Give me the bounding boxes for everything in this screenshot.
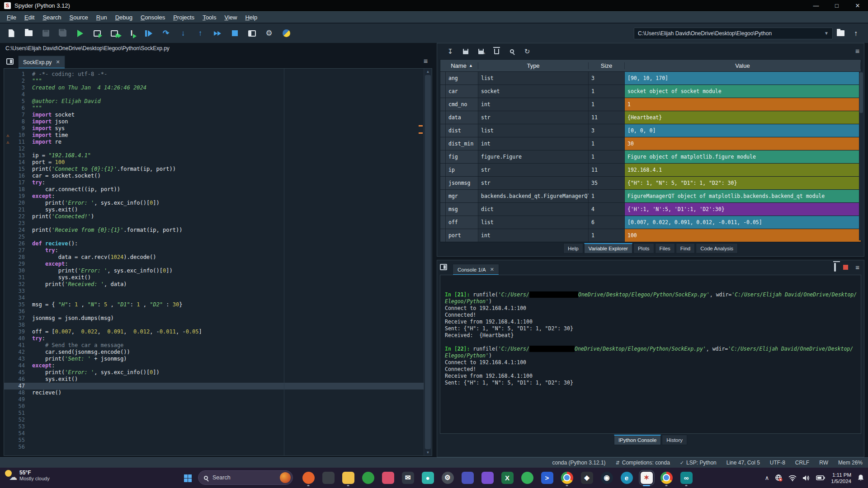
code-line[interactable]: 18 car.connect((ip, port)) xyxy=(4,186,432,193)
debug-step-into-button[interactable]: ↓ xyxy=(175,26,192,41)
variable-value[interactable]: FigureManagerQT object of matplotlib.bac… xyxy=(625,190,861,202)
import-data-button[interactable]: ↧ xyxy=(443,45,458,58)
run-selection-button[interactable]: I xyxy=(123,26,140,41)
code-line[interactable]: 45 print('Error: ', sys.exc_info()[0]) xyxy=(4,369,432,376)
editor-options-icon[interactable]: ≡ xyxy=(424,57,428,66)
teams-icon[interactable] xyxy=(458,469,477,487)
search-variables-button[interactable] xyxy=(504,45,519,58)
maximize-icon[interactable]: □ xyxy=(826,0,847,11)
run-cell-button[interactable] xyxy=(89,26,106,41)
arduino-icon[interactable]: ∞ xyxy=(676,469,696,487)
scroll-down-icon[interactable]: ▼ xyxy=(424,450,432,455)
file-explorer-icon[interactable] xyxy=(338,469,358,487)
table-row[interactable]: offlist6[0.007, 0.022, 0.091, 0.012, -0.… xyxy=(440,216,861,229)
scroll-up-icon[interactable]: ▲ xyxy=(424,70,432,74)
table-row[interactable]: carsocket1socket object of socket module xyxy=(440,84,861,98)
code-line[interactable]: 25 xyxy=(4,234,432,240)
spyder-icon[interactable]: ✶ xyxy=(637,469,656,487)
variable-value[interactable]: {Heartbeat} xyxy=(625,111,861,124)
variable-value[interactable]: 100 xyxy=(625,229,861,242)
table-row[interactable]: mgrbackends.backend_qt.FigureManagerQT1F… xyxy=(440,189,861,202)
table-row[interactable]: anglist3[90, 10, 170] xyxy=(440,71,861,84)
variable-name[interactable]: jsonmsg xyxy=(446,177,478,189)
variable-size[interactable]: 4 xyxy=(589,203,625,216)
variable-name[interactable]: fig xyxy=(446,150,478,163)
variable-size[interactable]: 11 xyxy=(589,111,625,124)
code-line[interactable]: 23 xyxy=(4,220,432,227)
tab-help[interactable]: Help xyxy=(563,243,583,253)
tab-console-1a[interactable]: Console 1/A ✕ xyxy=(453,264,499,275)
edge-icon[interactable]: e xyxy=(617,469,637,487)
code-line[interactable]: 46 sys.exit() xyxy=(4,376,432,383)
table-row[interactable]: cmd_noint11 xyxy=(440,98,861,111)
variable-type[interactable]: dict xyxy=(478,203,589,216)
code-line[interactable]: 17try: xyxy=(4,179,432,186)
chevron-down-icon[interactable]: ▼ xyxy=(824,31,829,36)
code-line[interactable]: 49 xyxy=(4,396,432,403)
menu-edit[interactable]: Edit xyxy=(20,13,38,22)
tab-ipython-console[interactable]: IPython Console xyxy=(614,435,661,445)
variable-type[interactable]: int xyxy=(478,137,589,150)
table-row[interactable]: ipstr11192.168.4.1 xyxy=(440,163,861,176)
variable-type[interactable]: str xyxy=(478,111,589,124)
column-size[interactable]: Size xyxy=(589,62,625,69)
variable-name[interactable]: ang xyxy=(446,72,478,84)
variable-type[interactable]: figure.Figure xyxy=(478,150,589,163)
clear-console-button[interactable] xyxy=(834,263,836,271)
variable-value[interactable]: [0.007, 0.022, 0.091, 0.012, -0.011, -0.… xyxy=(625,216,861,229)
column-name[interactable]: Name▲ xyxy=(446,62,478,69)
code-line[interactable]: 50 xyxy=(4,403,432,410)
code-line[interactable]: 12 xyxy=(4,145,432,152)
code-line[interactable]: ⚠11import re xyxy=(4,139,432,145)
menu-source[interactable]: Source xyxy=(66,13,92,22)
notification-bell-icon[interactable] xyxy=(857,474,864,482)
warning-flag[interactable] xyxy=(419,125,423,127)
code-line[interactable]: 24print('Receive from {0}:{1}'.format(ip… xyxy=(4,227,432,234)
code-line[interactable]: 37jsonmsg = json.dumps(msg) xyxy=(4,315,432,322)
code-line[interactable]: 43 print('Sent: ' + jsonmsg) xyxy=(4,356,432,362)
taskbar-search[interactable]: Search xyxy=(198,470,293,485)
variable-size[interactable]: 35 xyxy=(589,177,625,189)
variable-size[interactable]: 3 xyxy=(589,124,625,137)
steam-icon[interactable]: ◉ xyxy=(597,469,617,487)
warning-flag[interactable] xyxy=(419,132,423,134)
code-line[interactable]: 54 xyxy=(4,430,432,437)
menu-tools[interactable]: Tools xyxy=(198,13,220,22)
unity-hub-icon[interactable]: ◆ xyxy=(577,469,597,487)
maximize-pane-button[interactable] xyxy=(243,26,260,41)
variable-size[interactable]: 1 xyxy=(589,150,625,163)
menu-consoles[interactable]: Consoles xyxy=(137,13,169,22)
code-line[interactable]: 20 print('Error: ', sys.exc_info()[0]) xyxy=(4,200,432,206)
close-console-icon[interactable]: ✕ xyxy=(490,267,494,272)
code-line[interactable]: 21 sys.exit() xyxy=(4,206,432,213)
variable-size[interactable]: 1 xyxy=(589,190,625,202)
variable-explorer-options-icon[interactable]: ≡ xyxy=(855,47,859,56)
new-file-button[interactable] xyxy=(3,26,20,41)
variable-name[interactable]: port xyxy=(446,229,478,242)
code-line[interactable]: 28 data = car.recv(1024).decode() xyxy=(4,254,432,261)
discord-icon[interactable] xyxy=(477,469,497,487)
variable-size[interactable]: 1 xyxy=(589,85,625,98)
code-line[interactable]: 55 xyxy=(4,437,432,444)
code-line[interactable]: 14port = 100 xyxy=(4,159,432,166)
code-line[interactable]: 5@author: Elijah David xyxy=(4,98,432,105)
menu-search[interactable]: Search xyxy=(38,13,65,22)
settings-icon[interactable]: ⚙ xyxy=(438,469,458,487)
powershell-icon[interactable]: > xyxy=(537,469,557,487)
battery-icon[interactable] xyxy=(816,475,825,480)
table-row[interactable]: datastr11{Heartbeat} xyxy=(440,111,861,124)
code-line[interactable]: 30 print('Error: ', sys.exc_info()[0]) xyxy=(4,267,432,274)
variable-type[interactable]: int xyxy=(478,229,589,242)
parent-directory-button[interactable]: ↑ xyxy=(848,27,863,40)
variable-name[interactable]: off xyxy=(446,216,478,229)
variable-name[interactable]: dist xyxy=(446,124,478,137)
menu-run[interactable]: Run xyxy=(92,13,111,22)
code-line[interactable]: 31 sys.exit() xyxy=(4,274,432,281)
variable-value[interactable]: [90, 10, 170] xyxy=(625,72,861,84)
variable-type[interactable]: socket xyxy=(478,85,589,98)
table-scrollbar[interactable] xyxy=(859,71,863,240)
xbox-icon[interactable] xyxy=(358,469,378,487)
start-button[interactable] xyxy=(181,471,194,485)
code-line[interactable]: 53 xyxy=(4,423,432,430)
tab-history[interactable]: History xyxy=(662,435,687,445)
